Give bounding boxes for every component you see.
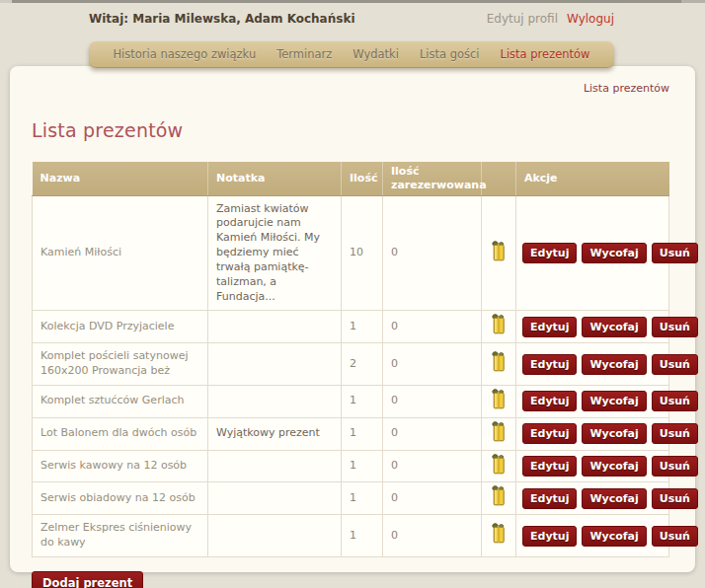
tab-terminarz[interactable]: Terminarz — [276, 47, 332, 61]
gift-reserved-cell: 0 — [383, 195, 482, 311]
withdraw-button[interactable]: Wycofaj — [582, 456, 646, 477]
withdraw-button[interactable]: Wycofaj — [582, 488, 646, 509]
gift-name-cell: Zelmer Ekspres ciśnieniowy do kawy — [33, 515, 208, 557]
withdraw-button[interactable]: Wycofaj — [582, 423, 646, 444]
gift-icon-cell — [482, 311, 516, 343]
gift-reserved-cell: 0 — [383, 385, 482, 417]
gift-reserved-cell: 0 — [383, 343, 482, 386]
gift-reserved-cell: 0 — [383, 311, 482, 343]
actions-cell: Edytuj Wycofaj Usuń — [516, 515, 669, 557]
table-row: Serwis obiadowy na 12 osób 1 0 Edytuj Wy… — [33, 482, 669, 515]
gift-qty-cell: 10 — [342, 195, 383, 311]
edit-profile-link[interactable]: Edytuj profil — [487, 12, 558, 26]
edit-button[interactable]: Edytuj — [522, 456, 577, 477]
withdraw-button[interactable]: Wycofaj — [582, 526, 646, 547]
tab-wydatki[interactable]: Wydatki — [352, 47, 399, 61]
top-border — [0, 0, 705, 3]
edit-button[interactable]: Edytuj — [522, 488, 577, 509]
gift-reserved-cell: 0 — [383, 482, 482, 515]
gift-qty-cell: 1 — [342, 311, 383, 343]
edit-button[interactable]: Edytuj — [522, 317, 577, 337]
gift-note-cell — [208, 515, 342, 557]
edit-button[interactable]: Edytuj — [522, 354, 577, 375]
edit-button[interactable]: Edytuj — [522, 423, 577, 444]
delete-button[interactable]: Usuń — [652, 391, 698, 411]
breadcrumb[interactable]: Lista prezentów — [32, 82, 669, 95]
delete-button[interactable]: Usuń — [652, 354, 698, 375]
table-row: Komplet pościeli satynowej 160x200 Prowa… — [33, 343, 669, 386]
gift-note-cell — [208, 343, 342, 386]
gift-icon — [491, 421, 507, 447]
page-title: Lista prezentów — [32, 119, 669, 141]
table-row: Serwis kawowy na 12 osób 1 0 Edytuj Wyco… — [33, 450, 669, 482]
gift-note-cell — [208, 450, 342, 482]
gift-icon — [491, 523, 507, 549]
delete-button[interactable]: Usuń — [652, 488, 698, 509]
table-row: Zelmer Ekspres ciśnieniowy do kawy 1 0 E… — [33, 515, 669, 557]
gift-icon-cell — [482, 385, 516, 417]
delete-button[interactable]: Usuń — [652, 317, 698, 337]
gift-icon-cell — [482, 343, 516, 386]
gift-qty-cell: 1 — [342, 450, 383, 482]
delete-button[interactable]: Usuń — [652, 243, 698, 263]
column-header-name: Nazwa — [33, 162, 208, 195]
gift-icon — [491, 485, 507, 511]
gift-name-cell: Serwis kawowy na 12 osób — [33, 450, 208, 482]
tab-lista-gosci[interactable]: Lista gości — [420, 47, 480, 61]
gift-name-cell: Komplet pościeli satynowej 160x200 Prowa… — [33, 343, 208, 386]
gift-icon — [491, 241, 507, 266]
tab-lista-prezentow[interactable]: Lista prezentów — [500, 47, 589, 61]
gift-reserved-cell: 0 — [383, 515, 482, 557]
table-row: Lot Balonem dla dwóch osób Wyjątkowy pre… — [33, 417, 669, 450]
gift-qty-cell: 2 — [342, 343, 383, 386]
gift-qty-cell: 1 — [342, 417, 383, 450]
actions-cell: Edytuj Wycofaj Usuń — [516, 195, 669, 311]
gift-note-cell — [208, 385, 342, 417]
actions-cell: Edytuj Wycofaj Usuń — [516, 385, 669, 417]
gift-name-cell: Serwis obiadowy na 12 osób — [33, 482, 208, 515]
gift-icon — [491, 454, 507, 479]
main-nav: Historia naszego związkuTerminarzWydatki… — [89, 41, 614, 68]
gift-list-table: Nazwa Notatka Ilość Ilość zarezerwowana … — [32, 162, 669, 557]
edit-button[interactable]: Edytuj — [522, 243, 577, 263]
gift-icon — [491, 389, 507, 414]
gift-name-cell: Kolekcja DVD Przyjaciele — [33, 311, 208, 343]
gift-qty-cell: 1 — [342, 515, 383, 557]
gift-icon-cell — [482, 417, 516, 450]
column-header-actions: Akcje — [516, 162, 669, 195]
gift-note-cell: Zamiast kwiatów podarujcie nam Kamień Mi… — [208, 195, 342, 311]
table-header-row: Nazwa Notatka Ilość Ilość zarezerwowana … — [33, 162, 669, 195]
gift-name-cell: Lot Balonem dla dwóch osób — [33, 417, 208, 450]
gift-icon-cell — [482, 482, 516, 515]
column-header-icon — [482, 162, 516, 195]
column-header-note: Notatka — [208, 162, 342, 195]
withdraw-button[interactable]: Wycofaj — [582, 317, 646, 337]
gift-reserved-cell: 0 — [383, 450, 482, 482]
delete-button[interactable]: Usuń — [652, 526, 698, 547]
withdraw-button[interactable]: Wycofaj — [582, 354, 646, 375]
actions-cell: Edytuj Wycofaj Usuń — [516, 343, 669, 386]
actions-cell: Edytuj Wycofaj Usuń — [516, 482, 669, 515]
edit-button[interactable]: Edytuj — [522, 526, 577, 547]
gift-name-cell: Kamień Miłości — [33, 195, 208, 311]
delete-button[interactable]: Usuń — [652, 423, 698, 444]
edit-button[interactable]: Edytuj — [522, 391, 577, 411]
gift-icon — [491, 314, 507, 339]
logout-link[interactable]: Wyloguj — [567, 12, 614, 26]
table-row: Kolekcja DVD Przyjaciele 1 0 Edytuj Wyco… — [33, 311, 669, 343]
welcome-text: Witaj: Maria Milewska, Adam Kochański — [89, 12, 355, 26]
withdraw-button[interactable]: Wycofaj — [582, 391, 646, 411]
tab-historia-naszego-zwiazku[interactable]: Historia naszego związku — [113, 47, 256, 61]
gift-qty-cell: 1 — [342, 482, 383, 515]
gift-note-cell — [208, 482, 342, 515]
gift-note-cell — [208, 311, 342, 343]
gift-icon-cell — [482, 450, 516, 482]
gift-qty-cell: 1 — [342, 385, 383, 417]
actions-cell: Edytuj Wycofaj Usuń — [516, 417, 669, 450]
actions-cell: Edytuj Wycofaj Usuń — [516, 450, 669, 482]
user-bar: Witaj: Maria Milewska, Adam Kochański Ed… — [89, 12, 614, 26]
withdraw-button[interactable]: Wycofaj — [582, 243, 646, 263]
add-gift-button[interactable]: Dodaj prezent — [32, 571, 143, 588]
gift-name-cell: Komplet sztućców Gerlach — [33, 385, 208, 417]
delete-button[interactable]: Usuń — [652, 456, 698, 477]
